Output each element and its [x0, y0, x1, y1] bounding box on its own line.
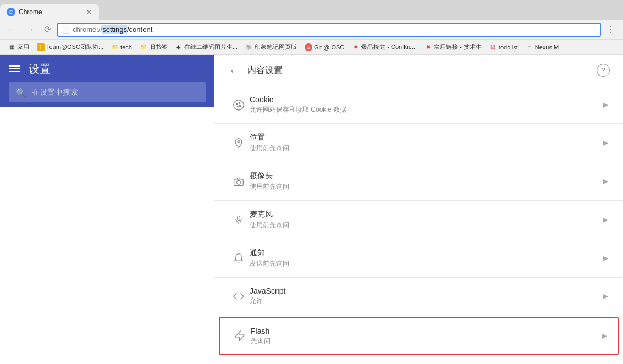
settings-item-camera[interactable]: 摄像头 使用前先询问 ►	[214, 162, 623, 201]
bookmarks-bar: ▦ 应用 T Team@OSC团队协... 📁 tech 📁 旧书签 ◉ 在线二…	[0, 40, 623, 55]
bookmark-todo[interactable]: ☑ todolist	[486, 42, 521, 52]
page-content: 设置 🔍 在设置中搜索 ← 内容设置 ?	[0, 55, 623, 364]
settings-item-javascript[interactable]: JavaScript 允许 ►	[214, 278, 623, 315]
flash-content: Flash 先询问	[251, 327, 600, 346]
address-prefix: chrome://	[73, 25, 102, 34]
flash-icon	[229, 330, 251, 342]
camera-icon	[228, 176, 250, 187]
svg-point-4	[237, 106, 238, 107]
back-arrow-button[interactable]: ←	[228, 64, 241, 77]
svg-rect-6	[234, 179, 244, 185]
explosion-icon: ✖	[352, 43, 360, 51]
microphone-title: 麦克风	[250, 209, 601, 219]
notification-icon	[228, 252, 250, 264]
svg-marker-11	[235, 331, 245, 341]
notification-arrow-icon: ►	[601, 253, 610, 263]
forward-button[interactable]: →	[22, 22, 37, 37]
camera-arrow-icon: ►	[601, 177, 610, 186]
svg-point-5	[238, 140, 240, 142]
reload-button[interactable]: ⟳	[40, 22, 55, 37]
settings-items-list: Cookie 允许网站保存和读取 Cookie 数据 ►	[214, 86, 623, 355]
back-button[interactable]: ←	[4, 22, 20, 37]
javascript-icon	[228, 290, 250, 302]
folder-icon-2: 📁	[140, 43, 147, 51]
bookmark-apps[interactable]: ▦ 应用	[4, 42, 32, 52]
settings-item-cookie[interactable]: Cookie 允许网站保存和读取 Cookie 数据 ►	[214, 86, 623, 124]
settings-item-microphone[interactable]: 麦克风 使用前先询问 ►	[214, 201, 623, 239]
location-title: 位置	[250, 133, 601, 142]
location-arrow-icon: ►	[601, 138, 610, 148]
bookmark-team[interactable]: T Team@OSC团队协...	[34, 42, 107, 52]
bookmark-old[interactable]: 📁 旧书签	[136, 42, 170, 52]
team-icon: T	[37, 43, 45, 51]
javascript-arrow-icon: ►	[601, 291, 610, 301]
notification-subtitle: 发送前先询问	[250, 259, 601, 268]
git-icon: G	[305, 43, 312, 51]
search-bar[interactable]: 🔍 在设置中搜索	[9, 82, 206, 102]
camera-title: 摄像头	[250, 171, 601, 181]
flash-arrow-icon: ►	[600, 331, 609, 341]
todo-icon: ☑	[489, 43, 497, 51]
microphone-arrow-icon: ►	[601, 215, 610, 225]
content-settings-header: ← 内容设置 ?	[214, 55, 623, 86]
apps-icon: ▦	[8, 43, 15, 51]
bookmark-explosion[interactable]: ✖ 爆品接龙 - Conflue...	[349, 42, 420, 52]
svg-point-2	[239, 102, 240, 103]
hamburger-line-2	[9, 68, 20, 69]
microphone-content: 麦克风 使用前先询问	[250, 209, 601, 230]
svg-point-1	[236, 103, 238, 104]
page-header-left: ← 内容设置	[228, 64, 283, 77]
notification-title: 通知	[250, 248, 601, 258]
address-suffix: /content	[127, 25, 152, 34]
svg-point-0	[234, 100, 244, 109]
address-text: chrome://settings/content	[73, 25, 152, 34]
microphone-icon	[228, 214, 250, 226]
bookmark-yinxiang[interactable]: 🐘 印象笔记网页版	[242, 42, 300, 52]
cookie-arrow-icon: ►	[601, 100, 610, 110]
folder-icon-1: 📁	[111, 43, 119, 51]
bookmark-qr[interactable]: ◉ 在线二维码图片生...	[172, 42, 241, 52]
active-tab[interactable]: C Chrome ✕	[0, 4, 99, 20]
search-icon: 🔍	[15, 87, 26, 98]
bookmark-git[interactable]: G Git @ OSC	[301, 42, 348, 52]
settings-title: 设置	[29, 62, 51, 76]
location-icon	[228, 137, 250, 149]
hamburger-menu-button[interactable]	[9, 65, 20, 72]
javascript-content: JavaScript 允许	[250, 286, 601, 306]
javascript-subtitle: 允许	[250, 296, 601, 306]
address-bar[interactable]: chrome://settings/content	[57, 23, 601, 37]
settings-item-notification[interactable]: 通知 发送前先询问 ►	[214, 239, 623, 278]
svg-point-3	[239, 105, 241, 107]
tab-bar: C Chrome ✕	[0, 0, 623, 20]
qr-icon: ◉	[175, 43, 183, 51]
settings-header: 设置	[0, 55, 214, 82]
settings-item-flash[interactable]: Flash 先询问 ►	[219, 317, 619, 355]
search-placeholder: 在设置中搜索	[32, 87, 78, 97]
bookmark-tech[interactable]: 📁 tech	[108, 42, 135, 52]
navigation-bar: ← → ⟳ chrome://settings/content ⋮	[0, 20, 623, 40]
main-content: ← 内容设置 ?	[214, 55, 623, 364]
yinxiang-icon: 🐘	[245, 43, 253, 51]
settings-item-location[interactable]: 位置 使用前先询问 ►	[214, 124, 623, 162]
camera-subtitle: 使用前先询问	[250, 182, 601, 191]
svg-point-7	[237, 180, 241, 184]
flash-title: Flash	[251, 327, 600, 335]
bookmark-nexus[interactable]: ≡ Nexus M	[522, 42, 562, 52]
cookie-icon	[228, 99, 250, 111]
tab-close-button[interactable]: ✕	[86, 8, 92, 16]
bookmark-links[interactable]: ✖ 常用链接 - 技术牛	[421, 42, 485, 52]
javascript-title: JavaScript	[250, 286, 601, 295]
search-bar-container: 🔍 在设置中搜索	[0, 82, 214, 107]
notification-content: 通知 发送前先询问	[250, 248, 601, 268]
hamburger-line-3	[9, 71, 20, 72]
tab-label: Chrome	[19, 8, 42, 16]
menu-button[interactable]: ⋮	[603, 22, 619, 37]
tab-favicon: C	[7, 8, 15, 16]
location-content: 位置 使用前先询问	[250, 133, 601, 153]
help-icon-button[interactable]: ?	[597, 64, 610, 77]
page-title: 内容设置	[247, 65, 283, 76]
location-subtitle: 使用前先询问	[250, 144, 601, 153]
address-settings: settings	[102, 25, 127, 34]
site-favicon	[63, 26, 70, 34]
microphone-subtitle: 使用前先询问	[250, 220, 601, 230]
